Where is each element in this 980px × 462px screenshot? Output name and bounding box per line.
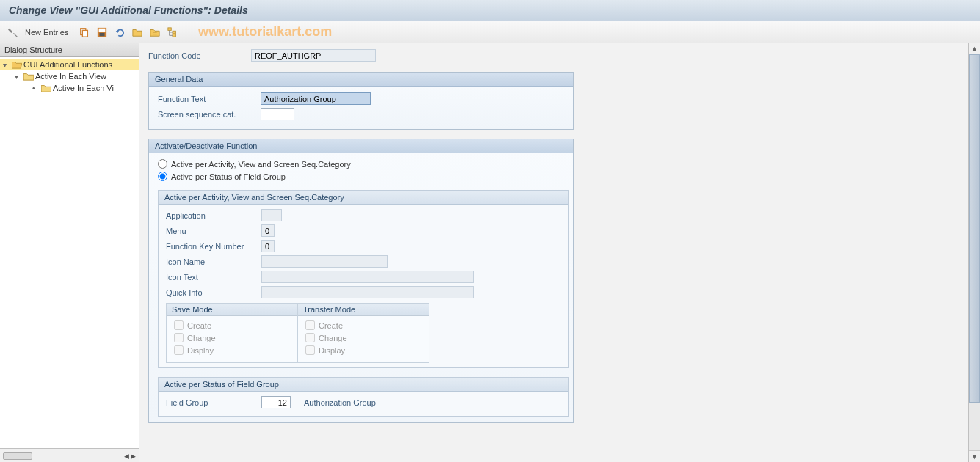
scroll-thumb[interactable] bbox=[969, 54, 980, 403]
function-code-label: Function Code bbox=[148, 51, 251, 60]
transfer-change-checkbox bbox=[305, 333, 315, 342]
save-create-checkbox bbox=[174, 320, 184, 330]
undo-icon[interactable] bbox=[114, 26, 126, 38]
tree: ▾ GUI Additional Functions ▾ Active In E… bbox=[0, 57, 139, 448]
radio-active-per-status[interactable] bbox=[158, 172, 167, 181]
save-mode-box: Save Mode Create Change Display bbox=[166, 303, 298, 363]
menu-label: Menu bbox=[166, 227, 261, 235]
save-icon[interactable] bbox=[96, 26, 108, 38]
group-header: General Data bbox=[149, 73, 573, 87]
sidebar-header: Dialog Structure bbox=[0, 43, 139, 57]
sidebar: Dialog Structure ▾ GUI Additional Functi… bbox=[0, 43, 139, 462]
folder-closed-icon bbox=[23, 72, 34, 81]
field-group-text: Authorization Group bbox=[304, 398, 376, 407]
tree-toggle-icon[interactable]: ▾ bbox=[15, 73, 22, 81]
scroll-up-icon[interactable]: ▲ bbox=[969, 43, 980, 54]
check-label: Create bbox=[319, 321, 343, 330]
icon-name-field bbox=[261, 255, 388, 268]
tree-label: Active In Each View bbox=[35, 72, 106, 81]
field-group-field[interactable] bbox=[261, 396, 291, 408]
save-change-checkbox bbox=[174, 333, 184, 342]
tree-toggle-icon[interactable]: ▾ bbox=[3, 61, 10, 69]
svg-rect-7 bbox=[173, 34, 175, 37]
tree-label: GUI Additional Functions bbox=[23, 60, 112, 69]
radio-label: Active per Status of Field Group bbox=[171, 172, 286, 181]
vertical-scrollbar[interactable]: ▲ ▼ bbox=[968, 43, 980, 462]
check-label: Display bbox=[319, 346, 345, 355]
screen-seq-label: Screen sequence cat. bbox=[158, 110, 261, 119]
tree-label: Active In Each Vi bbox=[53, 84, 114, 92]
watermark: www.tutorialkart.com bbox=[198, 24, 332, 40]
folder2-icon[interactable] bbox=[149, 26, 161, 38]
folder-open-icon bbox=[12, 60, 22, 69]
screen-seq-field[interactable] bbox=[261, 108, 294, 120]
svg-rect-3 bbox=[99, 28, 106, 31]
quick-info-label: Quick Info bbox=[166, 288, 261, 297]
svg-rect-6 bbox=[173, 31, 175, 34]
application-label: Application bbox=[166, 211, 261, 220]
check-label: Change bbox=[319, 334, 347, 342]
tree-item-gui-additional-functions[interactable]: ▾ GUI Additional Functions bbox=[0, 59, 139, 70]
new-entries-button[interactable]: New Entries bbox=[25, 28, 68, 37]
function-code-field bbox=[251, 49, 376, 62]
transfer-display-checkbox bbox=[305, 345, 315, 355]
application-field bbox=[261, 209, 282, 221]
function-text-label: Function Text bbox=[158, 95, 261, 103]
modebox-header: Transfer Mode bbox=[298, 304, 429, 316]
inner-active-per-activity: Active per Activity, View and Screen Seq… bbox=[158, 190, 569, 368]
scroll-down-icon[interactable]: ▼ bbox=[969, 450, 980, 462]
tool-icon[interactable] bbox=[7, 26, 19, 38]
save-display-checkbox bbox=[174, 345, 184, 355]
radio-active-per-activity[interactable] bbox=[158, 159, 167, 169]
modebox-header: Save Mode bbox=[167, 304, 297, 316]
main-area: Dialog Structure ▾ GUI Additional Functi… bbox=[0, 43, 980, 462]
tree-item-active-in-each-view[interactable]: ▾ Active In Each View bbox=[0, 70, 139, 82]
content: Function Code General Data Function Text… bbox=[139, 43, 980, 462]
activate-deactivate-group: Activate/Deactivate Function Active per … bbox=[148, 139, 574, 423]
page-title: Change View "GUI Additional Functions": … bbox=[9, 4, 971, 16]
menu-field bbox=[261, 224, 275, 237]
toolbar: New Entries www.tutorialkart.com bbox=[0, 21, 980, 43]
transfer-create-checkbox bbox=[305, 320, 315, 330]
folder-closed-icon bbox=[41, 84, 51, 92]
function-text-field bbox=[261, 92, 371, 105]
innerbox-header: Active per Status of Field Group bbox=[159, 378, 568, 392]
copy-icon[interactable] bbox=[79, 26, 90, 38]
fkn-label: Function Key Number bbox=[166, 242, 261, 251]
svg-rect-1 bbox=[83, 30, 88, 37]
sidebar-footer: ◀ ▶ bbox=[0, 448, 139, 462]
check-label: Create bbox=[187, 321, 211, 330]
quick-info-field bbox=[261, 286, 474, 298]
check-label: Display bbox=[187, 346, 214, 355]
tree-item-active-in-each-vi[interactable]: • Active In Each Vi bbox=[0, 82, 139, 94]
group-header: Activate/Deactivate Function bbox=[149, 139, 573, 153]
horizontal-scroll-thumb[interactable] bbox=[3, 452, 32, 460]
radio-label: Active per Activity, View and Screen Seq… bbox=[171, 160, 351, 169]
fkn-field bbox=[261, 240, 275, 252]
tree-icon[interactable] bbox=[167, 26, 178, 38]
general-data-group: General Data Function Text Screen sequen… bbox=[148, 72, 574, 130]
check-label: Change bbox=[187, 334, 216, 342]
scroll-left-icon[interactable]: ◀ bbox=[124, 452, 129, 460]
tree-bullet-icon: • bbox=[32, 84, 40, 92]
innerbox-header: Active per Activity, View and Screen Seq… bbox=[159, 191, 568, 205]
svg-rect-5 bbox=[168, 27, 171, 30]
folder-icon[interactable] bbox=[131, 26, 143, 38]
transfer-mode-box: Transfer Mode Create Change Display bbox=[297, 303, 429, 363]
title-bar: Change View "GUI Additional Functions": … bbox=[0, 0, 980, 21]
inner-active-per-status: Active per Status of Field Group Field G… bbox=[158, 377, 569, 417]
field-group-label: Field Group bbox=[166, 398, 261, 407]
icon-name-label: Icon Name bbox=[166, 257, 261, 266]
icon-text-field bbox=[261, 271, 474, 283]
scroll-track[interactable] bbox=[969, 54, 980, 450]
icon-text-label: Icon Text bbox=[166, 273, 261, 282]
scroll-right-icon[interactable]: ▶ bbox=[131, 452, 136, 460]
svg-rect-4 bbox=[100, 32, 105, 35]
